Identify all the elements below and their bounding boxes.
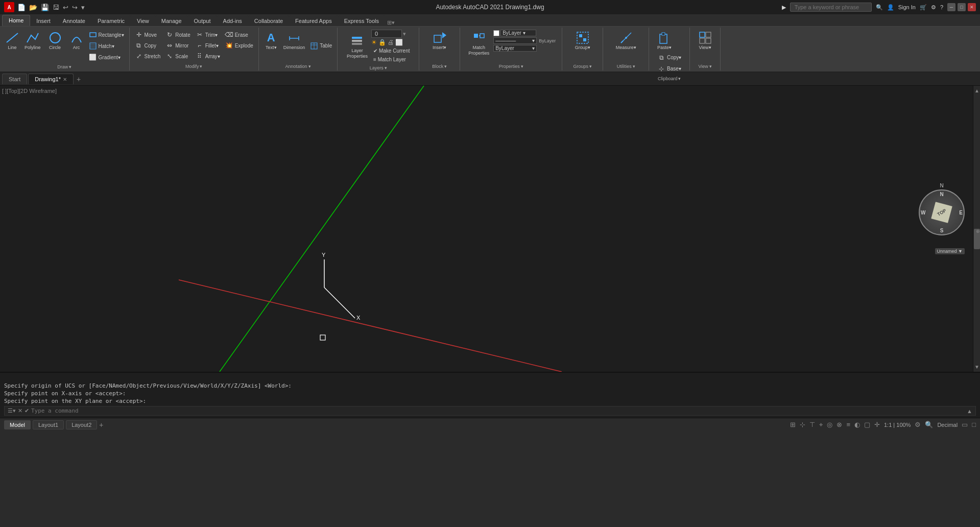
unnamed-label[interactable]: Unnamed ▼ bbox=[935, 248, 965, 254]
color-dropdown[interactable]: ByLayer ▾ bbox=[500, 30, 536, 36]
vertical-scrollbar[interactable]: ▲ ▼ ⊕ bbox=[973, 86, 980, 372]
linetype-dropdown[interactable]: ————▾ bbox=[493, 37, 537, 44]
workspace-toggle[interactable]: ⊞▾ bbox=[387, 19, 395, 26]
layer-properties-button[interactable]: LayerProperties bbox=[345, 33, 370, 60]
base-button[interactable]: ⊹ Base▾ bbox=[655, 64, 683, 74]
saveas-icon[interactable]: 🖫 bbox=[52, 3, 60, 12]
make-current-button[interactable]: ✔ Make Current bbox=[371, 47, 412, 55]
snap-icon[interactable]: ⊹ bbox=[800, 421, 805, 428]
navigation-cube[interactable]: N N S W E TOP Unnamed ▼ bbox=[919, 183, 965, 254]
close-button[interactable]: ✕ bbox=[968, 3, 976, 11]
polar-icon[interactable]: ⌖ bbox=[819, 421, 823, 429]
drawing-tab-drawing1[interactable]: Drawing1* ✕ bbox=[28, 74, 74, 84]
drawing1-close-button[interactable]: ✕ bbox=[63, 77, 67, 82]
scroll-down-btn[interactable]: ▼ bbox=[974, 364, 979, 370]
circle-button[interactable]: Circle bbox=[44, 30, 66, 52]
pan-icon[interactable]: ⊕ bbox=[976, 229, 980, 234]
drawing-tab-start[interactable]: Start bbox=[2, 74, 27, 84]
line-button[interactable]: Line bbox=[3, 30, 21, 52]
app-icon[interactable]: A bbox=[4, 2, 14, 12]
ortho-icon[interactable]: ⊤ bbox=[809, 421, 815, 428]
sun-icon[interactable]: ☀ bbox=[371, 39, 377, 46]
rotate-button[interactable]: ↻ Rotate bbox=[163, 30, 192, 40]
polyline-button[interactable]: Polyline bbox=[22, 30, 43, 52]
expand-icon[interactable]: ▶ bbox=[782, 4, 786, 11]
dimension-button[interactable]: Dimension bbox=[281, 30, 307, 52]
print-icon[interactable]: 🖨 bbox=[388, 39, 394, 46]
tab-output[interactable]: Output bbox=[188, 16, 217, 26]
array-button[interactable]: ⠿ Array▾ bbox=[194, 51, 222, 61]
layout1-tab[interactable]: Layout1 bbox=[33, 420, 64, 429]
copy-clip-button[interactable]: ⧉ Copy▾ bbox=[655, 53, 683, 63]
hatch-button[interactable]: Hatch▾ bbox=[87, 41, 126, 51]
tab-annotate[interactable]: Annotate bbox=[57, 16, 91, 26]
search-icon[interactable]: 🔍 bbox=[876, 4, 883, 11]
tab-collaborate[interactable]: Collaborate bbox=[248, 16, 289, 26]
fillet-button[interactable]: ⌐ Fillet▾ bbox=[194, 40, 222, 51]
new-icon[interactable]: 📄 bbox=[16, 3, 27, 12]
text-button[interactable]: A Text▾ bbox=[262, 30, 280, 52]
explode-button[interactable]: 💥 Explode bbox=[223, 40, 255, 51]
keyword-search[interactable] bbox=[790, 3, 872, 12]
insert-button[interactable]: Insert▾ bbox=[431, 30, 449, 52]
help-icon[interactable]: ? bbox=[940, 4, 943, 10]
settings-icon[interactable]: ⚙ bbox=[931, 4, 936, 11]
gradient-button[interactable]: ⬜ Gradient▾ bbox=[87, 52, 126, 62]
grid-icon[interactable]: ⊞ bbox=[790, 421, 796, 428]
trim-button[interactable]: ✂ Trim▾ bbox=[194, 30, 222, 40]
groups-group-label[interactable]: Groups ▾ bbox=[573, 63, 592, 69]
group-button[interactable]: Group▾ bbox=[573, 30, 592, 52]
tab-addins[interactable]: Add-ins bbox=[217, 16, 248, 26]
canvas-area[interactable]: Y X [ ][Top][2D Wireframe] N N S W E TOP… bbox=[0, 86, 980, 372]
minimize-viewport-icon[interactable]: ▭ bbox=[962, 421, 968, 428]
properties-group-label[interactable]: Properties ▾ bbox=[499, 63, 523, 69]
rectangle-button[interactable]: Rectangle▾ bbox=[87, 30, 126, 40]
new-tab-button[interactable]: + bbox=[75, 75, 83, 83]
tab-parametric[interactable]: Parametric bbox=[91, 16, 131, 26]
scroll-up-btn[interactable]: ▲ bbox=[974, 88, 979, 93]
signin-label[interactable]: Sign In bbox=[898, 4, 916, 10]
transparency-icon[interactable]: ◐ bbox=[854, 421, 860, 428]
table-button[interactable]: Table bbox=[308, 41, 334, 51]
lineweight-dropdown[interactable]: ByLayer▾ bbox=[493, 45, 537, 52]
clipboard-group-label[interactable]: Clipboard ▾ bbox=[658, 75, 681, 82]
gizmo-icon[interactable]: ✛ bbox=[874, 421, 880, 428]
maximize-button[interactable]: □ bbox=[958, 3, 966, 11]
command-input[interactable] bbox=[31, 408, 967, 414]
osnap-icon[interactable]: ◎ bbox=[827, 421, 832, 428]
cmd-checkmark-btn[interactable]: ✔ bbox=[25, 408, 29, 414]
minimize-button[interactable]: ─ bbox=[947, 3, 955, 11]
otrack-icon[interactable]: ⊗ bbox=[836, 421, 842, 428]
settings-status-icon[interactable]: ⚙ bbox=[915, 421, 921, 428]
view-button[interactable]: View▾ bbox=[696, 30, 714, 52]
tab-view[interactable]: View bbox=[131, 16, 155, 26]
zoom-icon[interactable]: 🔍 bbox=[925, 421, 933, 428]
lock-icon[interactable]: 🔒 bbox=[378, 39, 386, 46]
match-properties-button[interactable]: MatchProperties bbox=[466, 30, 491, 57]
annotation-group-label[interactable]: Annotation ▾ bbox=[285, 63, 310, 69]
layer-dropdown-arrow[interactable]: ▾ bbox=[403, 31, 406, 37]
arc-button[interactable]: Arc bbox=[67, 30, 86, 52]
measure-button[interactable]: Measure▾ bbox=[614, 30, 638, 52]
view-group-label[interactable]: View ▾ bbox=[699, 63, 712, 69]
cmd-scroll-up[interactable]: ▲ bbox=[967, 408, 972, 414]
layout2-tab[interactable]: Layout2 bbox=[66, 420, 97, 429]
tab-express[interactable]: Express Tools bbox=[338, 16, 385, 26]
mirror-button[interactable]: ⇔ Mirror bbox=[163, 40, 192, 51]
layers-group-label[interactable]: Layers ▾ bbox=[370, 64, 387, 71]
tab-featured[interactable]: Featured Apps bbox=[289, 16, 338, 26]
copy-button[interactable]: ⧉ Copy bbox=[133, 40, 163, 51]
layer-name-display[interactable]: 0 bbox=[371, 30, 402, 38]
model-tab[interactable]: Model bbox=[4, 420, 31, 429]
redo-icon[interactable]: ↪ bbox=[71, 3, 79, 12]
compass-ring[interactable]: N S W E TOP bbox=[919, 189, 965, 235]
save-icon[interactable]: 💾 bbox=[40, 3, 50, 12]
block-group-label[interactable]: Block ▾ bbox=[432, 63, 447, 69]
paste-button[interactable]: Paste▾ bbox=[655, 30, 674, 52]
scale-button[interactable]: ⤡ Scale bbox=[163, 51, 192, 61]
cart-icon[interactable]: 🛒 bbox=[920, 4, 927, 11]
maximize-viewport-icon[interactable]: □ bbox=[972, 421, 976, 428]
undo-icon[interactable]: ↩ bbox=[62, 3, 69, 12]
tab-insert[interactable]: Insert bbox=[30, 16, 57, 26]
tab-manage[interactable]: Manage bbox=[155, 16, 188, 26]
